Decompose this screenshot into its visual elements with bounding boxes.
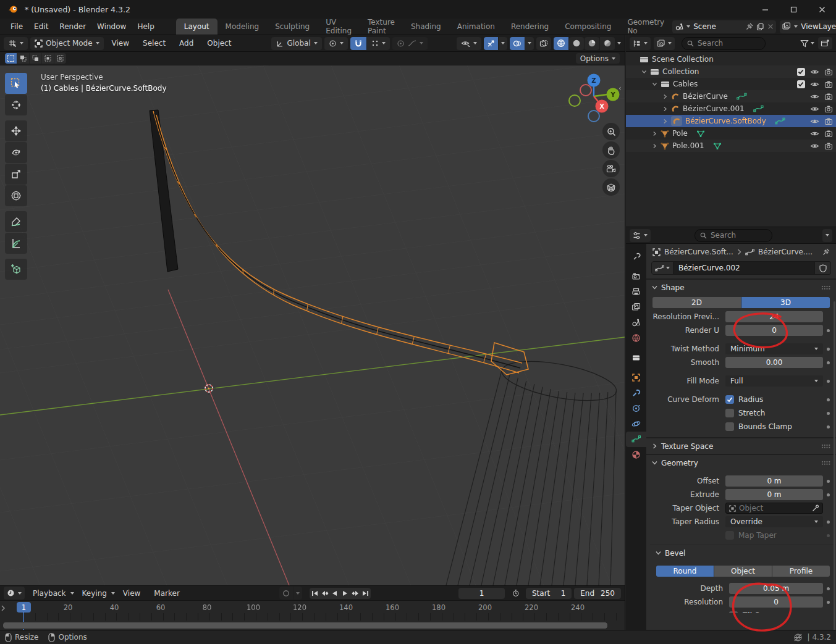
twist-method-dropdown[interactable]: Minimum bbox=[725, 343, 823, 354]
tab-compositing[interactable]: Compositing bbox=[557, 19, 619, 35]
unlink-scene-icon[interactable] bbox=[767, 23, 774, 30]
timeline-scrollbar-thumb[interactable] bbox=[2, 622, 608, 629]
outliner-row-b-ziercurve-001[interactable]: BézierCurve.001 bbox=[626, 102, 836, 115]
transform-orientation-dropdown[interactable]: Global bbox=[271, 37, 321, 50]
properties-tab-output[interactable] bbox=[626, 284, 646, 299]
render-visibility-camera-icon[interactable] bbox=[821, 130, 836, 138]
animate-dot[interactable] bbox=[827, 398, 830, 401]
tab-modeling[interactable]: Modeling bbox=[217, 19, 268, 35]
shape-panel-header[interactable]: Shape bbox=[646, 280, 836, 295]
expander-icon[interactable] bbox=[662, 106, 669, 112]
outliner-filter-dropdown[interactable] bbox=[800, 40, 814, 48]
viewlayer-selector[interactable]: ViewLayer bbox=[780, 20, 836, 33]
play-button[interactable] bbox=[340, 588, 350, 599]
expander-icon[interactable] bbox=[652, 131, 659, 136]
timeline-editor-type-button[interactable] bbox=[4, 587, 25, 600]
jump-to-start-button[interactable] bbox=[310, 588, 319, 599]
expander-icon[interactable] bbox=[652, 82, 659, 87]
hide-eye-icon[interactable] bbox=[808, 105, 821, 113]
bevel-tab-profile[interactable]: Profile bbox=[772, 566, 830, 577]
auto-keying-button[interactable] bbox=[279, 587, 293, 600]
tool-add-cube[interactable] bbox=[5, 259, 27, 280]
editor-type-button[interactable] bbox=[4, 37, 28, 50]
shading-dropdown-chevron-icon[interactable] bbox=[617, 42, 621, 44]
proportional-editing-button[interactable] bbox=[392, 37, 428, 50]
minimize-button[interactable] bbox=[751, 0, 779, 19]
properties-search-input[interactable]: Search bbox=[695, 229, 772, 242]
tool-scale[interactable] bbox=[5, 164, 27, 185]
close-button[interactable] bbox=[808, 0, 836, 19]
properties-tab-render[interactable] bbox=[626, 269, 646, 284]
frame-end-field[interactable]: End250 bbox=[574, 588, 621, 599]
animate-dot[interactable] bbox=[827, 380, 830, 383]
current-frame-badge[interactable]: 1 bbox=[17, 602, 31, 613]
fill-mode-dropdown[interactable]: Full bbox=[725, 375, 823, 387]
hide-eye-icon[interactable] bbox=[808, 117, 821, 125]
orthographic-toggle-button[interactable] bbox=[602, 178, 620, 196]
pin-icon[interactable] bbox=[822, 248, 830, 256]
tab-rendering[interactable]: Rendering bbox=[503, 19, 557, 35]
viewport-menu-select[interactable]: Select bbox=[137, 39, 171, 48]
breadcrumb-object[interactable]: BézierCurve.Soft... bbox=[664, 248, 733, 256]
eyedropper-icon[interactable] bbox=[812, 504, 819, 512]
cylinder-object[interactable] bbox=[446, 354, 619, 585]
select-mode-intersect[interactable] bbox=[54, 53, 66, 64]
zoom-button[interactable] bbox=[602, 123, 620, 140]
show-overlays-toggle[interactable] bbox=[510, 37, 525, 50]
properties-tab-material[interactable] bbox=[626, 447, 646, 462]
menu-window[interactable]: Window bbox=[91, 22, 132, 31]
hide-eye-icon[interactable] bbox=[808, 142, 821, 150]
offset-field[interactable]: 0 m bbox=[725, 475, 823, 487]
mode-dropdown[interactable]: Object Mode bbox=[30, 37, 104, 50]
properties-tab-particles[interactable] bbox=[626, 401, 646, 416]
datablock-name-input[interactable]: BézierCurve.002 bbox=[673, 261, 815, 275]
fill-caps-checkbox[interactable] bbox=[729, 611, 738, 613]
radius-checkbox[interactable] bbox=[725, 395, 734, 404]
scene-name[interactable]: Scene bbox=[693, 22, 743, 31]
tool-move[interactable] bbox=[5, 120, 27, 141]
animate-dot[interactable] bbox=[827, 480, 830, 483]
render-visibility-camera-icon[interactable] bbox=[821, 105, 836, 113]
render-visibility-camera-icon[interactable] bbox=[821, 80, 836, 88]
bevel-panel-header[interactable]: Bevel bbox=[650, 545, 836, 561]
menu-edit[interactable]: Edit bbox=[28, 22, 54, 31]
tab-sculpting[interactable]: Sculpting bbox=[267, 19, 318, 35]
bevel-depth-field[interactable]: 0.05 m bbox=[729, 583, 823, 594]
viewport-menu-add[interactable]: Add bbox=[174, 39, 199, 48]
extrude-field[interactable]: 0 m bbox=[725, 489, 823, 500]
bevel-tab-object[interactable]: Object bbox=[714, 566, 772, 577]
tool-annotate[interactable] bbox=[5, 211, 27, 232]
axis-z-neg-ball[interactable] bbox=[588, 111, 599, 122]
datablock-type-dropdown[interactable] bbox=[651, 261, 673, 275]
outliner-item-label[interactable]: Pole bbox=[672, 129, 688, 138]
expander-icon[interactable] bbox=[662, 119, 669, 124]
outliner-row-cables[interactable]: Cables bbox=[626, 78, 836, 90]
viewport-canvas[interactable]: Z Y X ‹ User Perspective (1) Cables | Bé… bbox=[0, 65, 625, 585]
axis-x-neg-ball[interactable] bbox=[580, 85, 591, 96]
tool-measure[interactable] bbox=[5, 233, 27, 254]
auto-keying-dropdown[interactable] bbox=[293, 587, 302, 600]
tab-geometry-no[interactable]: Geometry No bbox=[619, 19, 672, 35]
mode-2d-button[interactable]: 2D bbox=[652, 297, 741, 308]
timeline-menu-view[interactable]: View bbox=[117, 589, 146, 598]
animate-dot[interactable] bbox=[827, 601, 830, 604]
timeline-menu-playback[interactable]: Playback bbox=[27, 589, 72, 598]
tab-uv-editing[interactable]: UV Editing bbox=[318, 19, 360, 35]
tool-cursor[interactable] bbox=[5, 94, 27, 115]
region-collapse-arrow[interactable]: ‹ bbox=[619, 84, 622, 93]
hide-eye-icon[interactable] bbox=[808, 93, 821, 101]
outliner-item-label[interactable]: Cables bbox=[673, 80, 698, 88]
select-mode-set[interactable] bbox=[5, 53, 17, 64]
shading-wireframe-button[interactable] bbox=[554, 37, 568, 50]
animate-dot[interactable] bbox=[827, 587, 830, 590]
viewport-menu-view[interactable]: View bbox=[106, 39, 135, 48]
render-visibility-camera-icon[interactable] bbox=[821, 68, 836, 76]
tool-select-box[interactable] bbox=[5, 73, 27, 94]
play-reverse-button[interactable] bbox=[330, 588, 340, 599]
render-u-field[interactable]: 0 bbox=[725, 325, 823, 336]
outliner-row-collection[interactable]: Collection bbox=[626, 65, 836, 78]
object-type-visibility-dropdown[interactable] bbox=[457, 37, 481, 50]
scene-selector[interactable]: Scene bbox=[672, 20, 776, 33]
smooth-field[interactable]: 0.00 bbox=[725, 357, 823, 368]
tab-texture-paint[interactable]: Texture Paint bbox=[360, 19, 403, 35]
